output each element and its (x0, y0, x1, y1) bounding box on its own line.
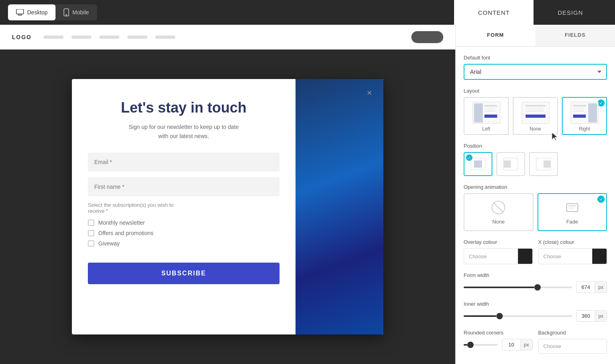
inner-width-fill (464, 315, 496, 317)
position-section: Position ✓ (464, 143, 607, 176)
preview-content: Let's stay in touch Sign up for our news… (0, 49, 455, 364)
layout-left-label: Left (482, 126, 490, 132)
animation-none[interactable]: None (464, 193, 534, 231)
nav-link-1 (44, 36, 63, 39)
form-width-thumb[interactable] (534, 284, 541, 291)
overlay-choose-text: Choose (464, 249, 518, 263)
layout-right-check: ✓ (597, 99, 605, 107)
overlay-colour-swatch[interactable] (518, 249, 532, 264)
checkbox-giveway[interactable]: Giveway (88, 240, 153, 247)
overlay-colour-group: Overlay colour Choose (464, 239, 533, 264)
nav-link-2 (71, 36, 91, 39)
subscribe-button[interactable]: SUBSCRIBE (88, 263, 280, 284)
close-button[interactable]: × (363, 87, 375, 99)
checkbox-giveway-input[interactable] (88, 240, 94, 247)
layout-none-preview (522, 102, 550, 124)
mobile-button[interactable]: Mobile (56, 4, 97, 20)
svg-rect-9 (484, 111, 496, 112)
main-area: LOGO Let's stay in touch Sign up for our… (0, 25, 615, 364)
svg-rect-30 (568, 208, 575, 209)
rounded-unit: px (520, 340, 532, 350)
modal-left: Let's stay in touch Sign up for our news… (72, 79, 296, 334)
overlay-colour-label: Overlay colour (464, 239, 533, 245)
animation-fade-check: ✓ (597, 196, 605, 203)
form-width-label: Form width (464, 272, 607, 278)
close-choose-text: Choose (539, 249, 593, 263)
right-panel: FORM FIELDS Default font Arial Helvetica… (455, 25, 615, 364)
tab-form[interactable]: FORM (456, 25, 536, 46)
svg-rect-10 (484, 115, 497, 118)
form-width-track[interactable] (464, 287, 572, 288)
layout-options: Left None (464, 97, 607, 135)
subscription-label: Select the subscription(s) you wish tore… (88, 202, 174, 214)
svg-rect-13 (526, 111, 544, 112)
rounded-corners-group: Rounded corners 10 px (464, 330, 533, 354)
preview-area: LOGO Let's stay in touch Sign up for our… (0, 25, 455, 364)
checkbox-group: Monthly newsletter Offers and promotions… (88, 220, 153, 247)
layout-right[interactable]: ✓ Right (562, 97, 607, 135)
inner-width-num[interactable]: 360 (577, 311, 595, 321)
position-center[interactable]: ✓ (464, 152, 492, 176)
layout-none[interactable]: None (513, 97, 558, 135)
default-font-label: Default font (464, 55, 607, 61)
checkbox-offers[interactable]: Offers and promotions (88, 230, 153, 236)
layout-section: Layout Left (464, 88, 607, 135)
modal-popup: Let's stay in touch Sign up for our news… (72, 79, 383, 334)
checkbox-monthly[interactable]: Monthly newsletter (88, 220, 153, 226)
inner-width-thumb[interactable] (496, 313, 503, 319)
layout-left-preview (472, 102, 500, 124)
nav-link-3 (99, 36, 119, 39)
position-left[interactable] (496, 152, 525, 176)
position-right[interactable] (529, 152, 558, 176)
layout-right-label: Right (579, 126, 590, 132)
form-width-num[interactable]: 674 (577, 282, 595, 293)
layout-left[interactable]: Left (464, 97, 509, 135)
tab-fields[interactable]: FIELDS (536, 25, 615, 46)
checkbox-monthly-input[interactable] (88, 220, 94, 226)
overlay-colour-picker: Choose (464, 248, 533, 264)
background-choose-text: Choose (539, 339, 607, 353)
svg-rect-25 (544, 160, 551, 168)
animation-fade[interactable]: ✓ Fade (538, 193, 607, 231)
svg-rect-16 (573, 108, 583, 109)
device-switcher: Desktop Mobile (8, 4, 97, 20)
nav-cta-button (411, 31, 443, 43)
inner-width-value: 360 px (576, 310, 607, 322)
modal-right-image: × (296, 79, 383, 334)
position-options: ✓ (464, 152, 607, 176)
svg-line-27 (494, 203, 503, 212)
background-picker: Choose (538, 339, 607, 354)
rounded-fill (464, 344, 467, 346)
svg-rect-7 (484, 105, 497, 107)
svg-rect-14 (526, 115, 546, 118)
content-tab[interactable]: CONTENT (454, 0, 534, 25)
animation-label: Opening animation (464, 184, 607, 190)
email-field[interactable] (88, 152, 280, 172)
close-colour-swatch[interactable] (592, 249, 607, 264)
form-width-row: 674 px (464, 281, 607, 293)
inner-width-track[interactable] (464, 315, 572, 317)
rounded-slider-row: 10 px (464, 339, 533, 350)
mobile-icon (63, 8, 69, 16)
design-tab[interactable]: DESIGN (534, 0, 607, 25)
preview-navbar: LOGO (0, 25, 455, 49)
rounded-bg-row: Rounded corners 10 px Background (464, 330, 607, 354)
background-label: Background (538, 330, 607, 336)
firstname-field[interactable] (88, 177, 280, 196)
rounded-track[interactable] (464, 344, 498, 346)
rounded-num[interactable]: 10 (502, 339, 520, 350)
font-select[interactable]: Arial Helvetica Georgia Times New Roman … (464, 64, 607, 80)
desktop-button[interactable]: Desktop (8, 4, 56, 20)
svg-rect-17 (573, 111, 584, 112)
background-group: Background Choose (538, 330, 607, 354)
close-colour-group: X (close) colour Choose (538, 239, 607, 264)
svg-rect-11 (526, 105, 546, 107)
rounded-thumb[interactable] (467, 342, 474, 348)
nav-link-5 (155, 36, 175, 39)
panel-body: Default font Arial Helvetica Georgia Tim… (456, 47, 615, 362)
svg-rect-6 (474, 103, 483, 123)
svg-rect-29 (568, 205, 576, 206)
checkbox-offers-input[interactable] (88, 230, 94, 236)
svg-rect-23 (504, 160, 511, 168)
colour-row: Overlay colour Choose X (close) colour C… (464, 239, 607, 264)
